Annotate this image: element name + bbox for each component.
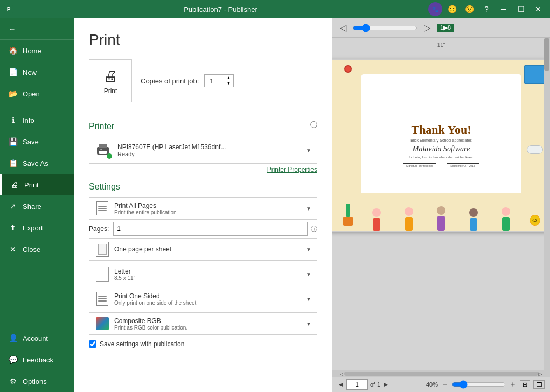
h-scroll-right-btn[interactable]: ▷ xyxy=(538,371,542,377)
sidebar-label-share: Share xyxy=(23,202,41,211)
doc-line-3 xyxy=(98,210,107,211)
malavida-badge: 🐾 xyxy=(428,2,442,16)
preview-first-page-btn[interactable]: ◁ xyxy=(338,22,349,34)
sidebar-item-home[interactable]: 🏠 Home xyxy=(0,40,74,61)
copies-down-button[interactable]: ▼ xyxy=(226,81,231,86)
sidebar-item-feedback[interactable]: 💬 Feedback xyxy=(0,349,74,370)
feedback-icon: 💬 xyxy=(9,355,17,364)
zoom-in-btn[interactable]: ＋ xyxy=(509,380,517,389)
card-sig-1: Signature of Presenter xyxy=(403,163,436,167)
color-icon xyxy=(95,316,110,331)
copies-up-button[interactable]: ▲ xyxy=(226,75,231,81)
preview-zoom-slider[interactable] xyxy=(353,24,417,32)
sidebar-label-account: Account xyxy=(23,334,48,342)
paper-size-dropdown[interactable]: Letter 8.5 x 11" ▼ xyxy=(89,263,317,285)
zoom-out-btn[interactable]: － xyxy=(441,380,449,389)
sidebar-item-options[interactable]: ⚙ Options xyxy=(0,370,74,392)
printer-large-icon: 🖨 xyxy=(103,67,118,85)
kids-illustration xyxy=(358,193,524,231)
sidebar-item-print[interactable]: 🖨 Print xyxy=(0,174,74,195)
copies-label: Copies of print job: xyxy=(141,77,199,85)
pages-label: Pages: xyxy=(89,225,109,233)
v-scroll-thumb[interactable] xyxy=(544,38,549,71)
printer-info-icon[interactable]: ⓘ xyxy=(310,120,317,130)
sig-line-1 xyxy=(403,163,436,164)
print-button[interactable]: 🖨 Print xyxy=(89,59,132,102)
sidebar-item-new[interactable]: 📄 New xyxy=(0,61,74,83)
pages-input[interactable] xyxy=(113,222,308,236)
current-page-input[interactable] xyxy=(346,379,368,390)
sidebar-label-info: Info xyxy=(23,116,34,124)
zoom-label: 40% xyxy=(426,381,438,388)
sidebar-item-close[interactable]: ✕ Close xyxy=(0,239,74,260)
content-area: Print 🖨 Print Copies of print job: ▲ ▼ xyxy=(74,18,550,392)
print-range-arrow: ▼ xyxy=(306,206,311,212)
zoom-fit-btn[interactable]: ⊞ xyxy=(520,380,530,389)
layout-icon xyxy=(95,242,110,257)
cloud-deco xyxy=(527,145,543,154)
close-button[interactable]: ✕ xyxy=(531,2,546,17)
sidebar-item-export[interactable]: ⬆ Export xyxy=(0,217,74,239)
sidebar-item-save[interactable]: 💾 Save xyxy=(0,131,74,152)
sidebar-item-account[interactable]: 👤 Account xyxy=(0,327,74,349)
copies-row: Copies of print job: ▲ ▼ xyxy=(141,74,234,87)
letter-paper-icon xyxy=(96,267,109,282)
kid2-head xyxy=(405,207,413,216)
printer-select-dropdown[interactable]: NPI87607E (HP LaserJet M1536dnf... Ready… xyxy=(89,137,317,164)
layout-main: One page per sheet xyxy=(114,246,306,253)
svg-rect-1 xyxy=(99,144,107,148)
maximize-button[interactable]: ☐ xyxy=(513,2,528,17)
title-bar-left: P xyxy=(4,5,13,13)
save-settings-checkbox[interactable] xyxy=(89,340,96,348)
sidebar-item-info[interactable]: ℹ Info xyxy=(0,109,74,131)
sig-label-2: September 27, 2016 xyxy=(450,164,475,167)
settings-section-title: Settings xyxy=(89,182,317,192)
emoji-happy-button[interactable]: 🙂 xyxy=(444,2,460,17)
share-icon: ↗ xyxy=(9,202,17,211)
sidebar-item-share[interactable]: ↗ Share xyxy=(0,195,74,217)
sides-dropdown[interactable]: Print One Sided Only print on one side o… xyxy=(89,288,317,310)
printer-dropdown-arrow: ▼ xyxy=(306,148,311,153)
app-body: ← 🏠 Home 📄 New 📂 Open ℹ Info 💾 Save xyxy=(0,18,550,392)
pages-info-icon[interactable]: ⓘ xyxy=(311,225,317,234)
preview-scrollbar-vertical[interactable] xyxy=(544,38,550,370)
sidebar-label-print: Print xyxy=(24,181,39,189)
zoom-slider-bottom[interactable] xyxy=(452,380,506,389)
copies-input[interactable] xyxy=(207,77,224,85)
sidebar-label-open: Open xyxy=(23,90,40,98)
doc-lines-icon xyxy=(96,201,108,215)
preview-last-page-btn[interactable]: ▷ xyxy=(422,22,433,34)
of-label: of xyxy=(370,381,375,388)
sides-doc-line-2 xyxy=(98,298,107,299)
sidebar-back-button[interactable]: ← xyxy=(0,18,74,40)
sidebar-item-open[interactable]: 📂 Open xyxy=(0,83,74,104)
paper-arrow: ▼ xyxy=(306,271,311,277)
sides-text: Print One Sided Only print on one side o… xyxy=(114,292,306,306)
flower-deco xyxy=(343,204,353,226)
sidebar-label-save-as: Save As xyxy=(23,159,48,167)
h-scroll-track xyxy=(344,372,538,376)
zoom-page-btn[interactable]: 🗖 xyxy=(533,380,545,389)
sidebar-label-close: Close xyxy=(23,246,40,254)
printer-properties-link[interactable]: Printer Properties xyxy=(89,166,317,173)
next-page-button[interactable]: ► xyxy=(382,381,389,388)
layout-arrow: ▼ xyxy=(306,247,311,253)
sidebar-item-save-as[interactable]: 📋 Save As xyxy=(0,152,74,174)
preview-scrollbar-horizontal[interactable]: ◁ ▷ xyxy=(332,370,550,377)
layout-dropdown[interactable]: One page per sheet ▼ xyxy=(89,238,317,261)
print-button-area: 🖨 Print Copies of print job: ▲ ▼ xyxy=(89,59,317,102)
svg-rect-3 xyxy=(100,149,102,150)
card-subtitle-text: Blick Elementary School appreciates xyxy=(410,138,472,142)
new-icon: 📄 xyxy=(9,68,17,76)
print-range-dropdown[interactable]: Print All Pages Print the entire publica… xyxy=(89,197,317,220)
emoji-sad-button[interactable]: 😟 xyxy=(462,2,477,17)
print-btn-label: Print xyxy=(104,87,117,95)
h-scroll-left-btn[interactable]: ◁ xyxy=(340,371,344,377)
help-button[interactable]: ? xyxy=(479,2,494,17)
prev-page-button[interactable]: ◄ xyxy=(338,381,344,388)
kid3-head xyxy=(437,206,445,215)
minimize-button[interactable]: ─ xyxy=(496,2,511,17)
color-dropdown[interactable]: Composite RGB Print as RGB color publica… xyxy=(89,312,317,335)
total-pages-label: 1 xyxy=(377,381,380,388)
sides-doc-icon xyxy=(96,292,108,306)
